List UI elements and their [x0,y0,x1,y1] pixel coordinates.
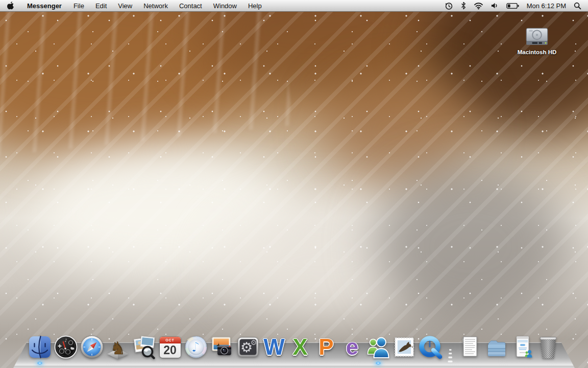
running-indicator [37,361,43,365]
entourage-letter: e [346,361,358,368]
menu-file[interactable]: File [68,0,90,11]
menu-network[interactable]: Network [138,0,174,11]
dock-item-quicktime[interactable] [418,335,443,359]
entourage-reflection: e [340,360,364,368]
word-reflection: W [262,360,286,368]
apple-logo-icon [7,2,14,10]
spotlight-icon[interactable] [574,0,581,11]
dock-separator [444,335,456,359]
entourage-icon: e [340,335,364,359]
trash-reflection [536,360,560,368]
excel-reflection: X [288,360,312,368]
dock-item-iphoto[interactable] [210,335,234,359]
dock-item-documents-stack[interactable] [458,335,482,359]
itunes-reflection: ♪ [184,360,208,368]
ical-reflection: OCT20 [158,360,182,368]
dock-item-excel[interactable]: XX [288,335,312,359]
dock-item-minimized-window[interactable] [510,335,534,359]
dock-item-messenger[interactable] [366,335,390,359]
iphoto-reflection [210,360,234,368]
svg-text:♞: ♞ [110,361,126,368]
chess-icon: ♞ [106,335,130,359]
calendar-page: OCT20 [160,337,181,358]
svg-text:⚙: ⚙ [251,338,257,347]
menu-clock[interactable]: Mon 6:12 PM [527,2,566,10]
running-indicator [375,361,381,365]
app-menu-messenger[interactable]: Messenger [21,0,68,11]
safari-reflection [80,360,104,368]
battery-icon[interactable] [506,0,519,11]
dock-item-dashboard[interactable]: ♪♪ [54,335,78,359]
dock-item-trash[interactable] [536,335,560,359]
excel-icon: X [288,335,312,359]
svg-text:♪: ♪ [64,338,67,343]
quicktime-reflection [418,360,443,368]
messenger-icon [366,335,390,359]
dock-item-system-preferences[interactable]: ⚙⚙⚙⚙ [236,335,260,359]
excel-letter: X [292,335,307,359]
menu-contact[interactable]: Contact [174,0,208,11]
chess-reflection: ♞ [106,360,130,368]
entourage-letter: e [346,335,358,359]
ical-icon: OCT20 [158,335,182,359]
desktop-icon-label: Macintosh HD [510,49,564,55]
dock-item-folders-stack[interactable] [484,335,508,359]
menu-edit[interactable]: Edit [90,0,112,11]
mail-reflection [392,360,416,368]
dock-icons-row: ♪♪♞♞OCT20OCT20♪♪⚙⚙⚙⚙WWXXPPee [28,335,560,359]
minimized-window-icon [510,335,534,359]
calendar-page: OCT20 [160,362,181,368]
dock: ♪♪♞♞OCT20OCT20♪♪⚙⚙⚙⚙WWXXPPee [0,328,588,368]
preview-icon [132,335,156,359]
dock-item-entourage[interactable]: ee [340,335,364,359]
folders-stack-icon [484,335,508,359]
bluetooth-icon[interactable] [461,0,466,11]
wifi-icon[interactable] [474,0,483,11]
menu-bar: Messenger File Edit View Network Contact… [0,0,588,12]
menu-window[interactable]: Window [208,0,242,11]
menu-help[interactable]: Help [242,0,267,11]
dock-item-word[interactable]: WW [262,335,286,359]
svg-text:♪: ♪ [191,365,200,368]
calendar-day: 20 [160,343,181,357]
trash-icon [536,335,560,359]
dock-item-ical[interactable]: OCT20OCT20 [158,335,182,359]
finder-icon [28,335,52,359]
itunes-icon: ♪ [184,335,208,359]
menu-view[interactable]: View [112,0,138,11]
svg-text:♞: ♞ [110,338,126,358]
dock-item-preview[interactable] [132,335,156,359]
documents-stack-reflection [458,360,482,368]
dashboard-reflection: ♪ [54,360,78,368]
desktop-icon-macintosh-hd[interactable]: Macintosh HD [510,27,564,55]
minimized-window-reflection [510,360,534,368]
folders-stack-reflection [484,360,508,368]
calendar-day: 20 [160,363,181,368]
desktop-wallpaper[interactable]: Macintosh HD [0,11,588,368]
wallpaper-sparkles [0,11,588,368]
powerpoint-letter: P [318,361,333,368]
safari-icon [80,335,104,359]
iphoto-icon [210,335,234,359]
system-preferences-icon: ⚙⚙ [236,335,260,359]
dock-item-chess[interactable]: ♞♞ [106,335,130,359]
quicktime-icon [418,335,443,359]
volume-icon[interactable] [491,0,499,11]
word-letter: W [263,361,285,368]
powerpoint-reflection: P [314,360,338,368]
documents-stack-icon [458,335,482,359]
calendar-month: OCT [160,337,181,343]
dock-item-mail[interactable] [392,335,416,359]
word-letter: W [263,335,285,359]
dock-item-finder[interactable] [28,335,52,359]
dock-item-safari[interactable] [80,335,104,359]
time-machine-icon[interactable] [445,0,453,11]
dock-item-itunes[interactable]: ♪♪ [184,335,208,359]
apple-menu[interactable] [0,0,21,11]
svg-text:♪: ♪ [191,339,200,355]
preview-reflection [132,360,156,368]
system-preferences-reflection: ⚙⚙ [236,360,260,368]
dock-item-powerpoint[interactable]: PP [314,335,338,359]
dashboard-icon: ♪ [54,335,78,359]
svg-text:⚙: ⚙ [240,364,253,368]
